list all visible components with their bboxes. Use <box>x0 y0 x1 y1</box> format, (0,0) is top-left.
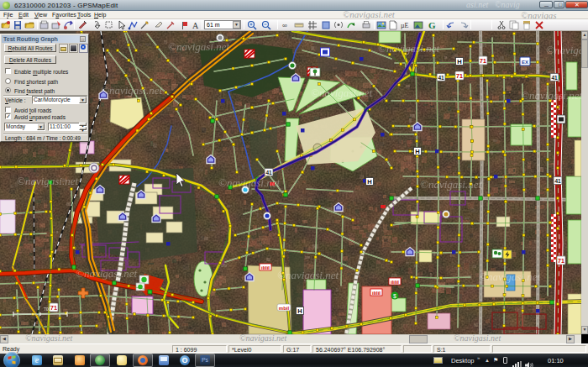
svg-text:ililil: ililil <box>372 291 381 296</box>
svg-text:©navigasi.net: ©navigasi.net <box>378 42 439 55</box>
svg-text:©navigasi.net: ©navigasi.net <box>546 44 581 56</box>
svg-text:mbil: mbil <box>279 306 290 311</box>
svg-text:H: H <box>367 178 371 186</box>
svg-text:©navigasi.net: ©navigasi.net <box>168 40 229 53</box>
svg-text:©navigasi.net: ©navigasi.net <box>277 269 339 281</box>
svg-text:H: H <box>457 58 461 66</box>
svg-text:G: G <box>428 20 436 30</box>
svg-text:©navigasi.net: ©navigasi.net <box>101 84 162 97</box>
svg-text:71: 71 <box>480 58 486 64</box>
svg-text:µE: µE <box>401 22 409 29</box>
svg-text:©navigasi.net: ©navigasi.net <box>311 87 372 99</box>
svg-text:©navigasi.net: ©navigasi.net <box>218 176 280 189</box>
svg-text:41: 41 <box>551 75 558 81</box>
svg-text:©navigasi.net: ©navigasi.net <box>479 270 540 283</box>
svg-text:©navigasi.net: ©navigasi.net <box>17 175 78 187</box>
svg-text:700 m: 700 m <box>44 307 55 312</box>
svg-text:©navigasi.net: ©navigasi.net <box>521 89 581 102</box>
svg-text:EX: EX <box>522 60 528 65</box>
svg-text:H: H <box>415 148 419 155</box>
svg-text:ililil: ililil <box>391 280 399 285</box>
svg-text:$: $ <box>393 293 396 299</box>
svg-text:A: A <box>192 21 199 30</box>
svg-text:H: H <box>297 307 302 315</box>
svg-text:41: 41 <box>438 75 444 81</box>
svg-text:©navigasi.net: ©navigasi.net <box>420 178 481 191</box>
svg-text:41: 41 <box>554 178 561 184</box>
svg-text:71: 71 <box>456 73 463 79</box>
svg-text:©navigasi.net: ©navigasi.net <box>76 267 137 280</box>
svg-text:71: 71 <box>558 258 564 264</box>
svg-text:41: 41 <box>265 170 272 176</box>
svg-text:∞: ∞ <box>282 22 287 29</box>
svg-text:ililil: ililil <box>261 265 270 270</box>
